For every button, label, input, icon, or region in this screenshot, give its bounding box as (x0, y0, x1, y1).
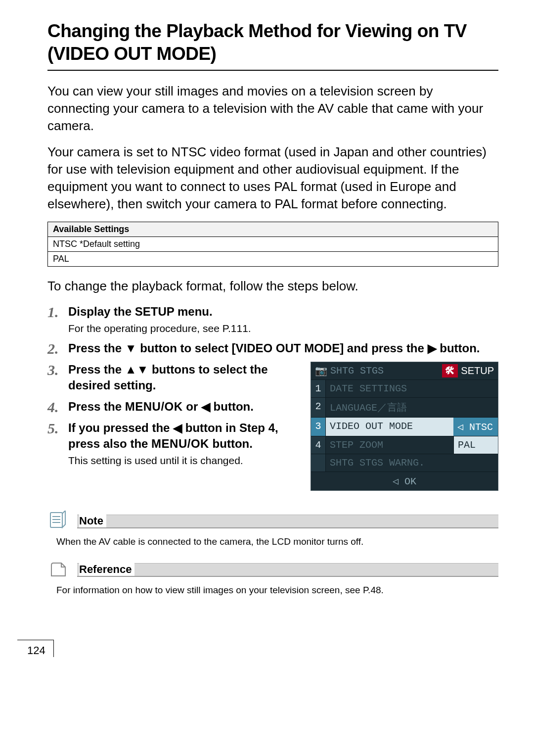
step-3: 3. Press the ▲▼ buttons to select the de… (47, 362, 301, 394)
tab-setup-label: SETUP (458, 365, 494, 377)
down-triangle-icon: ▼ (125, 341, 137, 355)
settings-row-pal: PAL (48, 252, 498, 267)
available-settings-table: Available Settings NTSC *Default setting… (47, 222, 498, 267)
page-title: Changing the Playback Method for Viewing… (47, 20, 498, 66)
note-icon (47, 511, 77, 532)
menu-row-video-out-mode: 3 VIDEO OUT MODE ◁ NTSC (311, 417, 498, 436)
lead-text: To change the playback format, follow th… (47, 279, 498, 294)
step-4: 4. Press the MENU/OK or ◀ button. (47, 399, 301, 415)
intro-paragraph-1: You can view your still images and movie… (47, 83, 498, 135)
left-triangle-icon: ◀ (173, 421, 182, 434)
step-subtext: For the operating procedure, see P.111. (68, 321, 498, 335)
camera-setup-screenshot: 📷 SHTG STGS 🛠 SETUP 1 DATE SETTINGS 2 LA… (311, 362, 498, 491)
tab-shtg-stgs: SHTG STGS (330, 365, 442, 377)
menu-row-language: 2 LANGUAGE／言語 (311, 397, 498, 417)
step-subtext: This setting is used until it is changed… (68, 453, 301, 468)
steps-list: 1. Display the SETUP menu. For the opera… (47, 304, 498, 491)
left-triangle-icon: ◀ (201, 400, 210, 413)
step-number: 2. (47, 340, 68, 357)
step-title: Display the SETUP menu. (68, 304, 498, 320)
wrench-icon: 🛠 (445, 365, 455, 376)
step-2: 2. Press the ▼ button to select [VIDEO O… (47, 340, 498, 357)
menu-ok-label: MENU/OK (151, 437, 209, 450)
camera-icon: 📷 (315, 365, 327, 377)
note-label: Note (79, 515, 106, 527)
menu-row-shtg-warning: SHTG STGS WARNG. (311, 454, 498, 472)
right-triangle-icon: ▶ (428, 341, 437, 355)
step-5: 5. If you pressed the ◀ button in Step 4… (47, 420, 301, 468)
option-pal: PAL (453, 436, 498, 454)
note-text: When the AV cable is connected to the ca… (56, 536, 498, 547)
camera-footer-ok: ◁ OK (311, 472, 498, 490)
step-title: Press the MENU/OK or ◀ button. (68, 399, 301, 415)
settings-row-ntsc: NTSC *Default setting (48, 237, 498, 252)
step-number: 5. (47, 420, 68, 436)
menu-row-date-settings: 1 DATE SETTINGS (311, 379, 498, 397)
up-down-triangle-icon: ▲▼ (125, 363, 149, 376)
reference-label: Reference (79, 563, 134, 576)
menu-row-step-zoom: 4 STEP ZOOM PAL (311, 436, 498, 454)
step-1: 1. Display the SETUP menu. For the opera… (47, 304, 498, 335)
intro-paragraph-2: Your camera is set to NTSC video format … (47, 143, 498, 213)
menu-ok-label: MENU/OK (125, 400, 183, 413)
step-title: If you pressed the ◀ button in Step 4, p… (68, 420, 301, 452)
settings-header: Available Settings (48, 222, 498, 237)
reference-callout: Reference (47, 559, 498, 581)
step-title: Press the ▲▼ buttons to select the desir… (68, 362, 301, 394)
step-number: 1. (47, 304, 68, 320)
page-number: 124 (17, 640, 54, 657)
step-title: Press the ▼ button to select [VIDEO OUT … (68, 340, 498, 356)
tab-setup-active: 🛠 (442, 364, 458, 378)
reference-text: For information on how to view still ima… (56, 585, 498, 596)
reference-icon (47, 559, 77, 581)
note-callout: Note (47, 511, 498, 532)
step-number: 3. (47, 362, 68, 378)
step-number: 4. (47, 399, 68, 415)
